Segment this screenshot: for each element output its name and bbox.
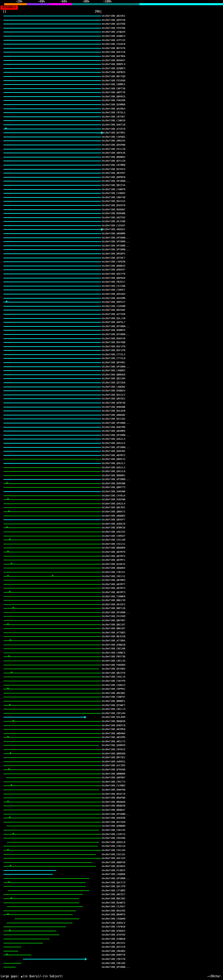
hit-accession-link[interactable]: UniRef100_Q6I3T9 <box>102 671 125 675</box>
hit-accession-link[interactable]: UniRef100_A6S173 <box>102 740 125 743</box>
hit-accession-link[interactable]: UniRef100_Q9V3G1 <box>102 397 125 400</box>
hit-accession-link[interactable]: UniRef100_A5DXJ9 <box>102 522 125 525</box>
hit-accession-link[interactable]: UniRef100_Q6Y234 <box>102 184 125 187</box>
hit-accession-link[interactable]: UniRef100_Q9SPN8 <box>102 143 125 146</box>
hit-accession-link[interactable]: UniRef100_C0PT38 <box>102 87 125 90</box>
hit-accession-link[interactable]: UniRef100_B6AFN8 <box>102 797 125 799</box>
hit-accession-link[interactable]: UniRef100_C4Y614 <box>102 494 125 497</box>
hit-accession-link[interactable]: UniRef100_B4F216 <box>102 51 125 54</box>
hit-accession-link[interactable]: UniRef100_A4RVW0 <box>102 490 125 493</box>
hit-accession-link[interactable]: UniRef100_A6YM58 <box>102 728 125 731</box>
hit-accession-link[interactable]: UniRef100_Q5E7Y8 <box>102 272 125 275</box>
hit-accession-link[interactable]: UniRef100_Q1HE32 <box>102 563 125 566</box>
hit-accession-link[interactable]: UniRef100_UPI000... <box>102 333 130 336</box>
hit-accession-link[interactable]: UniRef100_Q2I3E8 <box>102 381 125 384</box>
hit-accession-link[interactable]: UniRef100_P29766 <box>102 27 125 30</box>
hit-accession-link[interactable]: UniRef100_UPI000... <box>102 325 130 328</box>
hit-accession-link[interactable]: UniRef100_B3RK16 <box>102 526 125 529</box>
hit-accession-link[interactable]: UniRef100_C1UF15 <box>102 833 125 836</box>
hit-accession-link[interactable]: UniRef100_C1BK59 <box>102 119 125 122</box>
hit-accession-link[interactable]: UniRef100_C7TZL2 <box>102 353 125 356</box>
hit-accession-link[interactable]: UniRef100_B5F1P9 <box>102 345 125 348</box>
hit-accession-link[interactable]: UniRef100_Q40859 <box>102 744 125 747</box>
hit-accession-link[interactable]: UniRef100_B6RB82 <box>102 156 125 159</box>
hit-accession-link[interactable]: UniRef100_Q4T091 <box>102 131 125 134</box>
hit-accession-link[interactable]: UniRef100_C5M8C3 <box>102 651 125 654</box>
hit-accession-link[interactable]: UniRef100_C6T5K7 <box>102 115 125 118</box>
hit-accession-link[interactable]: UniRef100_B0QW30 <box>102 720 125 723</box>
hit-accession-link[interactable]: UniRef100_B4LDV0 <box>102 409 125 412</box>
hit-accession-link[interactable]: UniRef100_A8UNM6 <box>102 232 125 235</box>
hit-accession-link[interactable]: UniRef100_UPI000... <box>102 446 130 449</box>
hit-accession-link[interactable]: UniRef100_C5X4C0 <box>102 43 125 46</box>
hit-accession-link[interactable]: UniRef100_C3KJ51 <box>102 571 125 574</box>
hit-accession-link[interactable]: UniRef100_B6K139 <box>102 599 125 602</box>
hit-accession-link[interactable]: UniRef100_C8CLR6 <box>102 647 125 650</box>
hit-accession-link[interactable]: UniRef100_B9Y3E2 <box>102 756 125 759</box>
hit-accession-link[interactable]: UniRef100_Q6R7T3 <box>102 486 125 489</box>
hit-accession-link[interactable]: UniRef100_Q6CXH1 <box>102 506 125 509</box>
hit-accession-link[interactable]: UniRef100_C7TZL0 <box>102 357 125 360</box>
hit-accession-link[interactable]: UniRef100_Q75WF7 <box>102 704 125 707</box>
hit-accession-link[interactable]: UniRef100_Q4WTH8 <box>102 788 125 791</box>
hit-accession-link[interactable]: UniRef100_A6SMR9 <box>102 430 125 433</box>
hit-accession-link[interactable]: UniRef100_B9S6P5 <box>102 252 125 255</box>
hit-accession-link[interactable]: UniRef100_A7QDZ9 <box>102 30 125 33</box>
hit-accession-link[interactable]: UniRef100_B3DCC8 <box>102 724 125 727</box>
hit-accession-link[interactable]: UniRef100_Q9PBF0 <box>102 176 125 179</box>
hit-accession-link[interactable]: UniRef100_A6CQN1 <box>102 692 125 695</box>
hit-accession-link[interactable]: UniRef100_C5K145 <box>102 829 125 832</box>
hit-accession-link[interactable]: UniRef100_A8UGU1 <box>102 228 125 231</box>
hit-accession-link[interactable]: UniRef100_A4D5C2 <box>102 921 125 924</box>
hit-accession-link[interactable]: UniRef100_B6QD47 <box>102 808 125 811</box>
hit-accession-link[interactable]: UniRef100_C5M4X7 <box>102 535 125 538</box>
hit-accession-link[interactable]: UniRef100_UPI000... <box>102 434 130 437</box>
hit-accession-link[interactable]: UniRef100_Q2QNF3 <box>102 67 125 70</box>
hit-accession-link[interactable]: UniRef100_B5SF19 <box>102 792 125 795</box>
hit-accession-link[interactable]: UniRef100_Q7RVQ9 <box>102 768 125 771</box>
hit-accession-link[interactable]: UniRef100_A6PCT6 <box>102 91 125 94</box>
hit-accession-link[interactable]: UniRef100_Q66B43 <box>102 264 125 267</box>
hit-accession-link[interactable]: UniRef100_A3GFW6 <box>102 498 125 501</box>
hit-accession-link[interactable]: UniRef100_A0D4W4 <box>102 732 125 735</box>
hit-accession-link[interactable]: UniRef100_B6K167 <box>102 627 125 630</box>
hit-accession-link[interactable]: UniRef100_B5DGW7 <box>102 208 125 211</box>
hit-accession-link[interactable]: UniRef100_UPI000... <box>102 478 130 481</box>
hit-accession-link[interactable]: UniRef100_A5JVQ0 <box>102 220 125 223</box>
hit-accession-link[interactable]: UniRef100_C8CL59 <box>102 659 125 662</box>
hit-accession-link[interactable]: UniRef100_B9RPL9 <box>102 63 125 66</box>
hit-accession-link[interactable]: UniRef100_A7TQR4 <box>102 639 125 642</box>
hit-accession-link[interactable]: UniRef100_B6QD48 <box>102 805 125 807</box>
hit-accession-link[interactable]: UniRef100_B5DGW6 <box>102 212 125 215</box>
hit-accession-link[interactable]: UniRef100_Q5I1D2 <box>102 417 125 420</box>
hit-accession-link[interactable]: UniRef100_B8P116 <box>102 607 125 610</box>
hit-accession-link[interactable]: UniRef100_A6YM73 <box>102 591 125 594</box>
hit-accession-link[interactable]: UniRef100_C1HDH2 <box>102 192 125 195</box>
hit-accession-link[interactable]: UniRef100_Q4Y1C6 <box>102 946 125 948</box>
hit-accession-link[interactable]: UniRef100_A9PBZ5 <box>102 71 125 74</box>
hit-accession-link[interactable]: UniRef100_C6TGL5 <box>102 111 125 114</box>
hit-accession-link[interactable]: UniRef100_Q7RGK3 <box>102 929 125 932</box>
hit-accession-link[interactable]: UniRef100_A8NSW2 <box>102 414 125 417</box>
hit-accession-link[interactable]: UniRef100_C1BKP9 <box>102 188 125 191</box>
hit-accession-link[interactable]: UniRef100_B2YHY4 <box>102 168 125 171</box>
hit-accession-link[interactable]: UniRef100_UPI000... <box>102 236 130 239</box>
hit-accession-link[interactable]: UniRef100_P25998 <box>102 79 125 82</box>
hit-accession-link[interactable]: UniRef100_A6C917 <box>102 893 125 896</box>
hit-accession-link[interactable]: UniRef100_A7AT84 <box>102 934 125 936</box>
hit-accession-link[interactable]: UniRef100_B0NRP1 <box>102 700 125 703</box>
hit-accession-link[interactable]: UniRef100_B4DVU7 <box>102 268 125 271</box>
hit-accession-link[interactable]: UniRef100_A4E2V5 <box>102 530 125 533</box>
hit-accession-link[interactable]: UniRef100_A5WN13 <box>102 35 125 38</box>
hit-accession-link[interactable]: UniRef100_A8Q864 <box>102 566 125 570</box>
hit-accession-link[interactable]: UniRef100_C5NF97 <box>102 696 125 698</box>
hit-accession-link[interactable]: UniRef100_Q4Z9G4 <box>102 107 125 110</box>
hit-accession-link[interactable]: UniRef100_Q4PSL7 <box>102 321 125 324</box>
hit-accession-link[interactable]: UniRef100_A6YM79 <box>102 550 125 554</box>
hit-accession-link[interactable]: UniRef100_B2AWT2 <box>102 901 125 904</box>
hit-accession-link[interactable]: UniRef100_Q9PEZ7 <box>102 301 125 304</box>
hit-accession-link[interactable]: UniRef100_B5Y3U9 <box>102 821 125 824</box>
hit-accession-link[interactable]: UniRef100_B4F9R4 <box>102 55 125 58</box>
hit-accession-link[interactable]: UniRef100_B5XJX4 <box>102 200 125 203</box>
hit-accession-link[interactable]: UniRef100_B3RMZ3 <box>102 329 125 332</box>
